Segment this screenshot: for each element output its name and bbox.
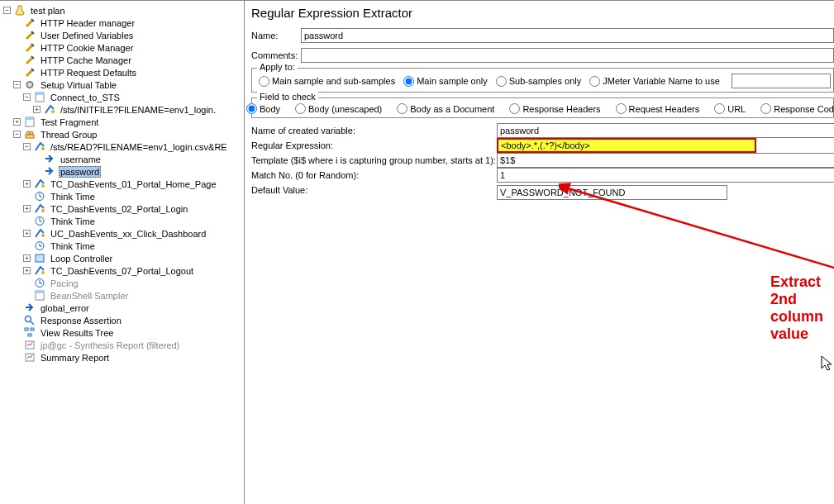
field-to-check-radio[interactable] (246, 103, 257, 114)
expand-toggle-icon[interactable]: + (23, 205, 31, 212)
tree-item[interactable]: HTTP Cookie Manager (3, 41, 244, 54)
expand-toggle-icon[interactable]: + (23, 230, 31, 237)
field-to-check-option[interactable]: Request Headers (616, 103, 700, 114)
field-to-check-radio[interactable] (397, 103, 407, 114)
group-icon (23, 129, 36, 140)
field-to-check-option[interactable]: URL (714, 103, 746, 114)
tree-item[interactable]: HTTP Cache Manager (3, 54, 244, 66)
expand-toggle-icon[interactable]: − (13, 81, 21, 88)
tree-item-label: password (59, 166, 101, 178)
apply-to-option[interactable]: JMeter Variable Name to use (589, 76, 720, 87)
apply-to-option[interactable]: Main sample only (403, 76, 488, 87)
expand-toggle-icon[interactable]: − (23, 143, 31, 150)
clock-icon (33, 278, 46, 288)
expand-toggle-icon[interactable]: + (23, 267, 31, 274)
created-var-input[interactable] (497, 123, 834, 138)
expand-toggle-icon[interactable]: − (3, 7, 11, 14)
jmeter-variable-input[interactable] (732, 74, 831, 88)
field-to-check-radio[interactable] (714, 103, 725, 114)
tree-item[interactable]: Response Assertion (3, 314, 244, 326)
apply-to-radio[interactable] (496, 76, 507, 87)
apply-to-legend: Apply to: (257, 62, 298, 72)
flask-icon (13, 5, 26, 16)
apply-to-radio[interactable] (259, 76, 269, 87)
tree-item[interactable]: −Thread Group (3, 128, 244, 140)
tree-item[interactable]: Think Time (3, 215, 244, 227)
tree-item[interactable]: +UC_DashEvents_xx_Click_Dashboard (3, 227, 244, 240)
use-empty-checkbox[interactable]: Use empty default value (736, 183, 834, 202)
tree-item[interactable]: +TC_DashEvents_07_Portal_Logout (3, 264, 244, 277)
field-to-check-option[interactable]: Response Code (760, 103, 834, 114)
tree-item[interactable]: −/sts/READ?FILENAME=env1_login.csv&RE (3, 140, 244, 153)
svg-point-11 (41, 184, 45, 188)
tree-item[interactable]: −Setup Virtual Table (3, 78, 244, 91)
tree-item-label: HTTP Header manager (39, 18, 136, 28)
expand-toggle-icon[interactable]: + (33, 106, 41, 113)
doc-icon (23, 116, 36, 127)
apply-to-option-label: Sub-samples only (509, 76, 581, 86)
rep-icon (23, 340, 36, 350)
svg-point-7 (26, 131, 30, 135)
tree-item-label: UC_DashEvents_xx_Click_Dashboard (49, 229, 207, 239)
tree-item[interactable]: HTTP Request Defaults (3, 66, 244, 78)
tree-item[interactable]: Pacing (3, 277, 244, 289)
tree-item[interactable]: View Results Tree (3, 326, 244, 339)
tree-item-label: Connect_to_STS (49, 93, 122, 102)
tree-item[interactable]: Think Time (3, 240, 244, 252)
cfg-icon (23, 17, 36, 28)
hdr-icon (33, 203, 46, 214)
tree-item[interactable]: global_error (3, 302, 244, 314)
match-no-input[interactable] (497, 168, 834, 183)
tree-item[interactable]: +TC_DashEvents_02_Portal_Login (3, 202, 244, 215)
apply-to-radio[interactable] (403, 76, 414, 87)
apply-to-option-label: Main sample and sub-samples (272, 76, 395, 86)
apply-to-radio[interactable] (589, 76, 600, 87)
template-input[interactable] (497, 153, 834, 168)
expand-toggle-icon[interactable]: + (23, 180, 31, 188)
tree-item[interactable]: User Defined Variables (3, 29, 244, 41)
tree-item[interactable]: −test plan (3, 4, 244, 17)
tree-item[interactable]: Think Time (3, 190, 244, 202)
apply-to-option[interactable]: Main sample and sub-samples (259, 76, 395, 87)
tree-item-label: /sts/READ?FILENAME=env1_login.csv&RE (49, 142, 229, 152)
expand-toggle-icon[interactable]: − (23, 93, 31, 101)
default-value-input[interactable] (497, 185, 727, 200)
svg-rect-9 (26, 135, 34, 138)
tree-item[interactable]: BeanShell Sampler (3, 289, 244, 302)
svg-point-10 (41, 147, 45, 150)
tree-item[interactable]: HTTP Header manager (3, 17, 244, 29)
apply-to-option-label: JMeter Variable Name to use (603, 76, 720, 86)
svg-point-22 (26, 316, 31, 322)
tree-item[interactable]: −Connect_to_STS (3, 91, 244, 103)
tree-item[interactable]: +Test Fragment (3, 116, 244, 128)
name-input[interactable] (301, 28, 834, 43)
field-to-check-radio[interactable] (616, 103, 627, 114)
field-to-check-option-label: Body (unescaped) (308, 104, 382, 114)
svg-rect-21 (36, 291, 44, 293)
expand-toggle-icon[interactable]: + (23, 254, 31, 262)
field-to-check-option[interactable]: Body as a Document (397, 103, 494, 114)
tree-item[interactable]: +/sts/INITFILE?FILENAME=env1_login. (3, 103, 244, 116)
tree-item[interactable]: +Loop Controller (3, 252, 244, 264)
field-to-check-radio[interactable] (509, 103, 520, 114)
comments-input[interactable] (301, 48, 834, 63)
tree-item[interactable]: password (3, 165, 244, 178)
expand-toggle-icon[interactable]: + (13, 118, 21, 126)
field-to-check-radio[interactable] (760, 103, 771, 114)
field-to-check-radio[interactable] (295, 103, 306, 114)
expand-toggle-icon[interactable]: − (13, 131, 21, 138)
field-to-check-option[interactable]: Body (246, 103, 280, 114)
tree-item[interactable]: Summary Report (3, 351, 244, 364)
tree-item-label: Pacing (49, 278, 80, 288)
tree-item[interactable]: +TC_DashEvents_01_Portal_Home_Page (3, 178, 244, 190)
field-to-check-option[interactable]: Body (unescaped) (295, 103, 382, 114)
use-empty-checkbox-input[interactable] (736, 185, 834, 200)
svg-point-13 (41, 209, 45, 212)
tree-item-label: TC_DashEvents_07_Portal_Logout (49, 266, 195, 276)
name-label: Name: (251, 31, 301, 40)
tree-item[interactable]: jp@gc - Synthesis Report (filtered) (3, 339, 244, 351)
tree-item[interactable]: username (3, 153, 244, 165)
field-to-check-option[interactable]: Response Headers (509, 103, 600, 114)
regex-input-highlighted[interactable]: <body>.*,(.*?)</body> (497, 138, 756, 153)
apply-to-option[interactable]: Sub-samples only (496, 76, 581, 87)
